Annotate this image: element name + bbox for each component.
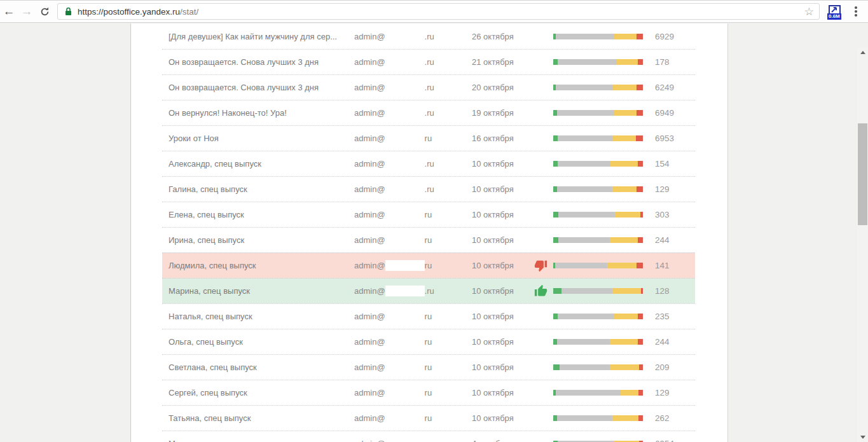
email-prefix: admin@: [354, 388, 385, 397]
send-date: 10 октября: [437, 210, 534, 219]
bar-red-segment: [638, 161, 643, 167]
redacted-email-domain: [385, 184, 425, 195]
forward-icon[interactable]: →: [18, 3, 36, 20]
table-row[interactable]: Светлана, спец выпускadmin@ru10 октября2…: [162, 354, 695, 380]
campaign-subject: Ольга, спец выпуск: [162, 337, 354, 347]
scrollbar-thumb[interactable]: [858, 123, 867, 225]
thumb-up-icon[interactable]: [534, 284, 553, 298]
email-prefix: admin@: [354, 159, 385, 169]
bar-red-segment: [638, 59, 643, 65]
thumb-down-icon[interactable]: [534, 259, 553, 272]
bar-red-segment: [636, 135, 643, 141]
delivery-stats-bar: [553, 390, 643, 396]
redacted-email-domain: [385, 413, 425, 424]
table-row[interactable]: Он возвращается. Снова лучших 3 дняadmin…: [162, 49, 695, 74]
table-row[interactable]: Александр, спец выпускadmin@.ru10 октябр…: [162, 151, 695, 176]
sender-email: admin@.ru: [354, 184, 437, 195]
vertical-scrollbar[interactable]: [857, 47, 868, 442]
table-row[interactable]: Ирина, спец выпускadmin@ru10 октября244: [162, 227, 695, 252]
recipient-count: 129: [643, 388, 670, 397]
reload-icon[interactable]: [36, 6, 53, 17]
bar-gray-segment: [557, 110, 614, 116]
table-row[interactable]: Он возвращается. Снова лучших 3 дняadmin…: [162, 74, 695, 100]
recipient-count: 6949: [643, 108, 674, 118]
table-row[interactable]: Уроки от Нояadmin@ru16 октября6953: [162, 125, 695, 151]
extension-button[interactable]: 0.6M: [827, 3, 843, 20]
table-row[interactable]: Наталья, спец выпускadmin@ru10 октября23…: [162, 303, 695, 329]
table-row[interactable]: Ольга, спец выпускadmin@ru10 октября244: [162, 329, 695, 354]
bar-gray-segment: [561, 288, 612, 294]
bar-green-segment: [553, 212, 558, 218]
bar-yellow-segment: [612, 288, 641, 294]
bar-green-segment: [553, 364, 560, 370]
browser-menu-icon[interactable]: [848, 6, 864, 17]
bar-red-segment: [637, 110, 643, 116]
recipient-count: 6954: [643, 439, 674, 442]
back-icon[interactable]: ←: [0, 3, 18, 20]
bar-yellow-segment: [612, 186, 637, 192]
scroll-up-icon[interactable]: [857, 47, 868, 57]
address-bar[interactable]: https://postoffice.yandex.ru/stat/ ☆: [57, 3, 820, 20]
email-suffix: ru: [425, 363, 432, 372]
table-row[interactable]: Людмила, спец выпускadmin@ru10 октября14…: [162, 252, 695, 278]
sender-email: admin@ru: [354, 209, 437, 220]
sender-email: admin@.ru: [354, 57, 437, 67]
send-date: 10 октября: [437, 286, 534, 296]
bar-gray-segment: [558, 59, 617, 65]
sender-email: admin@.ru: [354, 107, 437, 118]
send-date: 16 октября: [437, 134, 534, 143]
send-date: 20 октября: [437, 83, 534, 92]
bar-gray-segment: [557, 186, 612, 192]
table-row[interactable]: Мудрости от дедушкиadmin@4 октября6954: [162, 431, 695, 442]
recipient-count: 244: [643, 235, 670, 245]
table-row[interactable]: Галина, спец выпускadmin@.ru10 октября12…: [162, 176, 695, 202]
redacted-email-domain: [385, 286, 425, 296]
delivery-stats-bar: [553, 110, 643, 116]
send-date: 10 октября: [437, 261, 534, 270]
sender-email: admin@ru: [354, 311, 437, 322]
table-row[interactable]: Елена, спец выпускadmin@ru10 октября303: [162, 202, 695, 227]
redacted-email-domain: [385, 158, 425, 169]
send-date: 10 октября: [437, 159, 534, 169]
send-date: 4 октября: [437, 439, 534, 442]
campaign-subject: Александр, спец выпуск: [162, 159, 354, 169]
recipient-count: 129: [643, 184, 670, 194]
extension-badge: 0.6M: [827, 13, 841, 20]
send-date: 26 октября: [437, 32, 534, 41]
browser-toolbar: ← → https://postoffice.yandex.ru/stat/ ☆…: [0, 0, 868, 23]
bar-gray-segment: [556, 85, 613, 90]
https-lock-icon[interactable]: [65, 7, 72, 16]
bar-yellow-segment: [607, 263, 637, 268]
table-row[interactable]: Марина, спец выпускadmin@.ru10 октября12…: [162, 278, 695, 303]
email-prefix: admin@: [354, 210, 385, 219]
email-prefix: admin@: [354, 439, 385, 442]
email-suffix: ru: [425, 210, 432, 219]
table-row[interactable]: [Для девушек] Как найти мужчину для сер.…: [162, 24, 695, 49]
bar-red-segment: [637, 263, 643, 268]
send-date: 10 октября: [437, 337, 534, 347]
delivery-stats-bar: [553, 212, 643, 218]
bar-green-segment: [553, 161, 558, 167]
recipient-count: 235: [643, 312, 670, 321]
campaign-subject: Наталья, спец выпуск: [162, 312, 354, 321]
stats-table: [Для девушек] Как найти мужчину для сер.…: [162, 24, 695, 442]
email-prefix: admin@: [354, 286, 385, 296]
table-row[interactable]: Он вернулся! Наконец-то! Ура!admin@.ru19…: [162, 100, 695, 125]
campaign-subject: Людмила, спец выпуск: [162, 261, 354, 270]
bar-yellow-segment: [610, 339, 638, 345]
bar-yellow-segment: [614, 110, 637, 116]
bar-yellow-segment: [610, 237, 638, 243]
recipient-count: 209: [643, 363, 670, 372]
table-row[interactable]: Сергей, спец выпускadmin@ru10 октября129: [162, 380, 695, 405]
redacted-email-domain: [385, 387, 425, 398]
send-date: 10 октября: [437, 184, 534, 194]
campaign-subject: Он вернулся! Наконец-то! Ура!: [162, 108, 354, 118]
bar-yellow-segment: [613, 85, 637, 90]
redacted-email-domain: [385, 209, 425, 220]
sender-email: admin@ru: [354, 235, 437, 245]
table-row[interactable]: Татьяна, спец выпускadmin@ru10 октября26…: [162, 405, 695, 431]
bookmark-star-icon[interactable]: ☆: [804, 5, 814, 18]
scroll-down-icon[interactable]: [857, 432, 868, 442]
bar-green-segment: [553, 314, 558, 319]
bar-gray-segment: [557, 415, 612, 421]
